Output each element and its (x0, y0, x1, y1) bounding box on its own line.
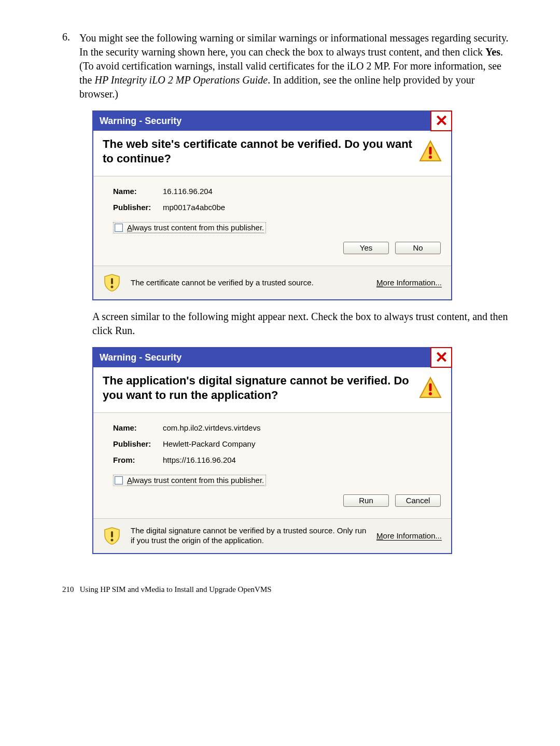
middle-text-pre: A screen similar to the following might … (92, 311, 508, 336)
heading-row: The application's digital signature cann… (93, 367, 451, 413)
name-label: Name: (113, 187, 163, 196)
from-label: From: (113, 455, 163, 464)
warning-triangle-icon (419, 377, 442, 399)
step-text-italic: HP Integrity iLO 2 MP Operations Guide (94, 74, 268, 86)
cancel-button[interactable]: Cancel (395, 494, 441, 507)
svg-rect-1 (429, 147, 432, 155)
footer-text: The digital signature cannot be verified… (131, 526, 376, 546)
more-info-text: ore Information... (383, 531, 442, 540)
step-text: You might see the following warning or s… (79, 31, 513, 101)
middle-text-post: . (132, 325, 135, 336)
name-field: Name: com.hp.ilo2.virtdevs.virtdevs (113, 423, 441, 432)
checkbox-text: lways trust content from this publisher. (132, 476, 264, 485)
svg-point-9 (111, 538, 114, 541)
security-warning-dialog-2: Warning - Security ✕ The application's d… (92, 347, 452, 554)
checkbox-label: Always trust content from this publisher… (127, 223, 264, 233)
middle-paragraph: A screen similar to the following might … (92, 310, 513, 338)
close-button[interactable]: ✕ (430, 110, 452, 131)
more-information-link[interactable]: More Information... (376, 278, 442, 287)
dialog-heading: The web site's certificate cannot be ver… (103, 137, 419, 165)
name-field: Name: 16.116.96.204 (113, 187, 441, 196)
dialog-heading: The application's digital signature cann… (103, 374, 419, 402)
publisher-label: Publisher: (113, 203, 163, 212)
dialog-footer: The certificate cannot be verified by a … (93, 266, 451, 299)
page-footer: 210 Using HP SIM and vMedia to Install a… (62, 585, 513, 594)
title-bar: Warning - Security ✕ (93, 348, 451, 367)
dialog-title: Warning - Security (100, 116, 181, 126)
checkbox-icon[interactable] (115, 476, 123, 485)
dialog-title: Warning - Security (100, 352, 181, 363)
name-label: Name: (113, 423, 163, 432)
svg-point-7 (429, 392, 432, 395)
svg-rect-8 (111, 531, 113, 537)
button-row: Run Cancel (113, 486, 441, 510)
name-value: 16.116.96.204 (163, 187, 213, 196)
checkbox-mnemonic: A (127, 223, 132, 232)
svg-point-2 (429, 156, 432, 159)
step-6: 6. You might see the following warning o… (62, 31, 513, 101)
no-button[interactable]: No (395, 242, 441, 254)
dialog-body: Name: com.hp.ilo2.virtdevs.virtdevs Publ… (93, 413, 451, 518)
publisher-value: Hewlett-Packard Company (163, 439, 255, 448)
dialog-body: Name: 16.116.96.204 Publisher: mp0017a4a… (93, 176, 451, 266)
step-number: 6. (62, 31, 79, 101)
dialog-footer: The digital signature cannot be verified… (93, 518, 451, 553)
close-button[interactable]: ✕ (430, 347, 452, 368)
publisher-field: Publisher: Hewlett-Packard Company (113, 439, 441, 448)
checkbox-text: lways trust content from this publisher. (132, 223, 264, 232)
trust-publisher-checkbox-row[interactable]: Always trust content from this publisher… (113, 222, 266, 233)
heading-row: The web site's certificate cannot be ver… (93, 131, 451, 176)
middle-text-bold: Run (115, 325, 132, 336)
page-footer-text: Using HP SIM and vMedia to Install and U… (80, 585, 272, 593)
page-number: 210 (62, 585, 74, 593)
publisher-field: Publisher: mp0017a4abc0be (113, 203, 441, 212)
close-icon: ✕ (435, 113, 448, 129)
publisher-label: Publisher: (113, 439, 163, 448)
from-field: From: https://16.116.96.204 (113, 455, 441, 464)
more-information-link[interactable]: More Information... (376, 531, 442, 541)
name-value: com.hp.ilo2.virtdevs.virtdevs (163, 423, 260, 432)
publisher-value: mp0017a4abc0be (163, 203, 225, 212)
shield-warning-icon (103, 273, 121, 292)
warning-triangle-icon (419, 140, 442, 163)
more-info-mnemonic: M (376, 531, 383, 540)
shield-warning-icon (103, 527, 121, 545)
title-bar: Warning - Security ✕ (93, 112, 451, 131)
checkbox-label: Always trust content from this publisher… (127, 476, 264, 486)
step-text-pre: You might see the following warning or s… (79, 32, 509, 58)
trust-publisher-checkbox-row[interactable]: Always trust content from this publisher… (113, 475, 266, 486)
svg-rect-6 (429, 383, 432, 391)
step-text-bold-yes: Yes (485, 46, 500, 58)
more-info-mnemonic: M (376, 278, 383, 287)
security-warning-dialog-1: Warning - Security ✕ The web site's cert… (92, 110, 452, 300)
checkbox-mnemonic: A (127, 476, 132, 485)
close-icon: ✕ (435, 350, 448, 365)
from-value: https://16.116.96.204 (163, 455, 236, 464)
more-info-text: ore Information... (383, 278, 442, 287)
footer-text: The certificate cannot be verified by a … (131, 278, 376, 288)
svg-point-4 (111, 286, 114, 288)
run-button[interactable]: Run (343, 494, 389, 507)
yes-button[interactable]: Yes (343, 242, 389, 254)
button-row: Yes No (113, 233, 441, 257)
svg-rect-3 (111, 278, 113, 284)
checkbox-icon[interactable] (115, 224, 123, 232)
